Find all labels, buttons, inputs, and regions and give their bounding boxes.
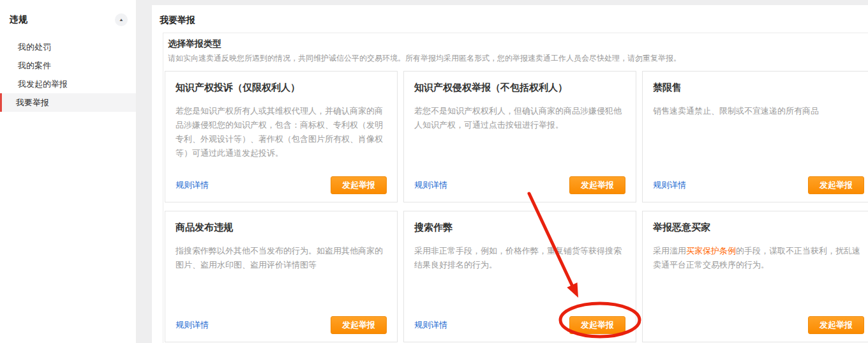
report-card: 举报恶意买家采用滥用买家保护条例的手段，谋取不正当获利，扰乱速卖通平台正常交易秩… xyxy=(642,211,868,342)
rule-details-link[interactable]: 规则详情 xyxy=(414,179,447,191)
card-description: 采用非正常手段，例如，价格作弊，重复铺货等获得搜索结果良好排名的行为。 xyxy=(414,244,625,272)
card-title: 禁限售 xyxy=(653,81,864,94)
card-title: 举报恶意买家 xyxy=(653,221,864,234)
card-title: 搜索作弊 xyxy=(414,221,625,234)
card-description: 若您是知识产权所有人或其维权代理人，并确认商家的商品涉嫌侵犯您的知识产权，包含：… xyxy=(176,104,387,160)
sidebar-item[interactable]: 我的案件 xyxy=(0,56,136,75)
rule-details-link[interactable]: 规则详情 xyxy=(653,179,686,191)
card-footer: 规则详情发起举报 xyxy=(414,176,625,194)
page-title: 我要举报 xyxy=(152,5,868,26)
report-cards-grid: 知识产权投诉（仅限权利人）若您是知识产权所有人或其维权代理人，并确认商家的商品涉… xyxy=(165,71,868,342)
card-footer: 规则详情发起举报 xyxy=(414,316,625,334)
collapse-button[interactable]: ▲ xyxy=(115,13,128,26)
card-description: 指搜索作弊以外其他不当发布的行为。如盗用其他商家的图片、盗用水印图、盗用评价详情… xyxy=(176,244,387,272)
sidebar-group-header[interactable]: 违规 ▲ xyxy=(0,0,136,35)
card-description: 采用滥用买家保护条例的手段，谋取不正当获利，扰乱速卖通平台正常交易秩序的行为。 xyxy=(653,244,864,272)
card-description: 若您不是知识产权权利人，但确认商家的商品涉嫌侵犯他人知识产权，可通过点击按钮进行… xyxy=(414,104,625,132)
card-footer: 规则详情发起举报 xyxy=(653,176,864,194)
report-button-highlighted[interactable]: 发起举报 xyxy=(569,316,625,334)
buyer-protection-policy-link[interactable]: 买家保护条例 xyxy=(686,246,736,255)
card-title: 知识产权投诉（仅限权利人） xyxy=(176,81,387,94)
card-footer: 规则详情发起举报 xyxy=(176,316,387,334)
card-footer: 发起举报 xyxy=(653,316,864,334)
report-button[interactable]: 发起举报 xyxy=(331,316,387,334)
rule-details-link[interactable]: 规则详情 xyxy=(176,319,209,331)
section-title: 选择举报类型 xyxy=(168,38,868,49)
sidebar-item[interactable]: 我要举报 xyxy=(0,93,136,112)
card-title: 知识产权侵权举报（不包括权利人） xyxy=(414,81,625,94)
card-footer: 规则详情发起举报 xyxy=(176,176,387,194)
sidebar-item[interactable]: 我的处罚 xyxy=(0,38,136,56)
report-button[interactable]: 发起举报 xyxy=(808,176,864,194)
sidebar-group-label: 违规 xyxy=(10,14,27,26)
content-panel: 我要举报 选择举报类型 请如实向速卖通反映您所遇到的情况，共同维护诚信公平的交易… xyxy=(152,5,868,343)
sidebar-item[interactable]: 我发起的举报 xyxy=(0,75,136,93)
sidebar-items: 我的处罚我的案件我发起的举报我要举报 xyxy=(0,38,136,112)
report-button[interactable]: 发起举报 xyxy=(569,176,625,194)
main-area: 我要举报 选择举报类型 请如实向速卖通反映您所遇到的情况，共同维护诚信公平的交易… xyxy=(136,0,868,343)
rule-details-link[interactable]: 规则详情 xyxy=(414,319,447,331)
card-description: 销售速卖通禁止、限制或不宜速递的所有商品 xyxy=(653,104,864,118)
sidebar: 违规 ▲ 我的处罚我的案件我发起的举报我要举报 xyxy=(0,0,137,343)
report-card: 商品发布违规指搜索作弊以外其他不当发布的行为。如盗用其他商家的图片、盗用水印图、… xyxy=(165,211,398,342)
section-description: 请如实向速卖通反映您所遇到的情况，共同维护诚信公平的交易环境。所有举报均采用匿名… xyxy=(168,53,868,63)
card-title: 商品发布违规 xyxy=(176,221,387,234)
report-card: 搜索作弊采用非正常手段，例如，价格作弊，重复铺货等获得搜索结果良好排名的行为。规… xyxy=(403,211,636,342)
report-card: 知识产权投诉（仅限权利人）若您是知识产权所有人或其维权代理人，并确认商家的商品涉… xyxy=(165,71,398,202)
chevron-up-icon: ▲ xyxy=(119,18,124,22)
report-card: 禁限售销售速卖通禁止、限制或不宜速递的所有商品规则详情发起举报 xyxy=(642,71,868,202)
report-type-section: 选择举报类型 请如实向速卖通反映您所遇到的情况，共同维护诚信公平的交易环境。所有… xyxy=(163,33,868,343)
report-button[interactable]: 发起举报 xyxy=(808,316,864,334)
rule-details-link[interactable]: 规则详情 xyxy=(176,179,209,191)
report-card: 知识产权侵权举报（不包括权利人）若您不是知识产权权利人，但确认商家的商品涉嫌侵犯… xyxy=(403,71,636,202)
report-button[interactable]: 发起举报 xyxy=(331,176,387,194)
